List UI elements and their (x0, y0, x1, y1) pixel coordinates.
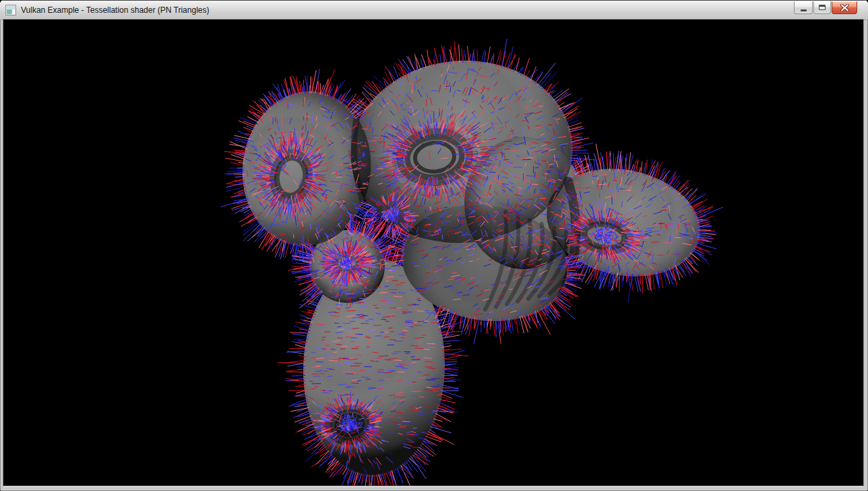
close-icon (840, 4, 849, 11)
resize-edge-bottom[interactable] (0, 486, 868, 491)
close-button[interactable] (832, 1, 857, 14)
maximize-icon (819, 5, 826, 10)
minimize-icon (801, 9, 807, 11)
resize-edge-left[interactable] (0, 20, 3, 491)
minimize-button[interactable] (794, 1, 813, 14)
app-window: Vulkan Example - Tessellation shader (PN… (0, 0, 868, 491)
window-title: Vulkan Example - Tessellation shader (PN… (21, 5, 209, 15)
resize-edge-right[interactable] (863, 20, 868, 491)
app-icon-detail (11, 9, 15, 14)
render-viewport[interactable] (3, 20, 863, 486)
app-icon[interactable] (5, 5, 16, 16)
window-controls (794, 1, 857, 14)
render-client-area (3, 20, 863, 486)
titlebar[interactable]: Vulkan Example - Tessellation shader (PN… (0, 0, 868, 20)
maximize-button[interactable] (813, 1, 831, 14)
app-icon-detail (7, 9, 11, 14)
